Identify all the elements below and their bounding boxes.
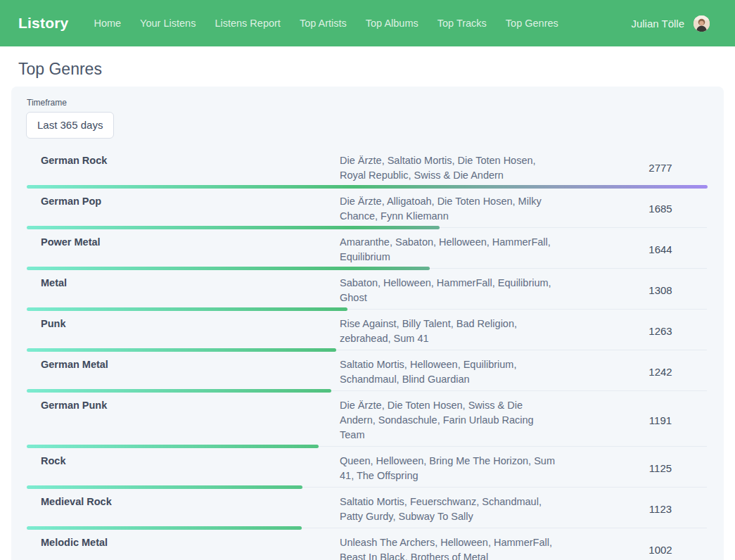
timeframe-label: Timeframe xyxy=(27,98,707,108)
nav-item-top-genres[interactable]: Top Genres xyxy=(506,18,558,29)
genre-artists: Saltatio Mortis, Feuerschwanz, Schandmau… xyxy=(340,495,559,524)
genre-artists: Die Ärzte, Alligatoah, Die Toten Hosen, … xyxy=(340,194,559,224)
top-nav-bar: Listory HomeYour ListensListens ReportTo… xyxy=(0,0,735,46)
table-row: German Metal Saltatio Mortis, Helloween,… xyxy=(26,354,707,395)
table-row: German Pop Die Ärzte, Alligatoah, Die To… xyxy=(26,191,707,231)
genre-bar xyxy=(27,307,347,311)
table-row: Power Metal Amaranthe, Sabaton, Hellowee… xyxy=(26,231,707,272)
nav-item-top-albums[interactable]: Top Albums xyxy=(366,18,418,29)
genre-count: 1191 xyxy=(614,414,707,428)
genre-bar xyxy=(27,445,319,448)
table-row: German Punk Die Ärzte, Die Toten Hosen, … xyxy=(26,395,707,450)
table-row: Medieval Rock Saltatio Mortis, Feuerschw… xyxy=(26,491,707,532)
nav-item-top-artists[interactable]: Top Artists xyxy=(300,18,347,29)
genre-artists: Sabaton, Helloween, HammerFall, Equilibr… xyxy=(340,276,559,305)
genre-count: 2777 xyxy=(614,161,707,175)
genre-count: 1242 xyxy=(614,365,707,379)
genre-count: 1644 xyxy=(614,243,707,257)
genre-artists: Queen, Helloween, Bring Me The Horizon, … xyxy=(340,454,559,483)
genre-artists: Amaranthe, Sabaton, Helloween, HammerFal… xyxy=(340,235,559,265)
nav-item-top-tracks[interactable]: Top Tracks xyxy=(437,18,487,29)
genre-table: German Rock Die Ärzte, Saltatio Mortis, … xyxy=(26,150,707,560)
genre-name: Metal xyxy=(26,276,340,305)
page-title: Top Genres xyxy=(18,60,735,79)
genre-count: 1685 xyxy=(614,202,707,216)
user-menu[interactable]: Julian Tölle xyxy=(631,15,710,32)
genre-count: 1308 xyxy=(614,284,707,298)
table-row: Punk Rise Against, Billy Talent, Bad Rel… xyxy=(26,313,707,354)
nav-item-your-listens[interactable]: Your Listens xyxy=(140,18,196,29)
genre-name: German Metal xyxy=(26,357,340,387)
genre-artists: Unleash The Archers, Helloween, HammerFa… xyxy=(340,535,559,560)
table-row: Melodic Metal Unleash The Archers, Hello… xyxy=(26,532,707,560)
user-avatar-icon[interactable] xyxy=(694,15,710,32)
genre-bar xyxy=(27,226,440,229)
genre-bar xyxy=(27,267,430,270)
genre-artists: Die Ärzte, Saltatio Mortis, Die Toten Ho… xyxy=(340,153,559,183)
top-genres-panel: Timeframe Last 365 days German Rock Die … xyxy=(11,87,724,560)
brand-logo[interactable]: Listory xyxy=(18,15,68,32)
genre-name: German Rock xyxy=(26,153,340,183)
genre-bar xyxy=(27,389,331,393)
nav-item-listens-report[interactable]: Listens Report xyxy=(215,18,281,29)
genre-name: Rock xyxy=(26,454,340,483)
genre-artists: Saltatio Mortis, Helloween, Equilibrium,… xyxy=(340,357,559,387)
genre-count: 1263 xyxy=(614,324,707,338)
genre-name: Power Metal xyxy=(26,235,340,265)
nav-links: HomeYour ListensListens ReportTop Artist… xyxy=(94,18,558,29)
genre-artists: Die Ärzte, Die Toten Hosen, Swiss & Die … xyxy=(340,398,559,443)
genre-count: 1125 xyxy=(614,462,707,476)
genre-name: Melodic Metal xyxy=(26,535,340,560)
genre-count: 1002 xyxy=(614,543,707,557)
genre-name: German Pop xyxy=(26,194,340,224)
genre-bar xyxy=(27,185,708,189)
genre-bar xyxy=(27,526,302,530)
table-row: Rock Queen, Helloween, Bring Me The Hori… xyxy=(26,450,707,491)
user-name: Julian Tölle xyxy=(631,18,684,30)
genre-name: Medieval Rock xyxy=(26,495,340,524)
genre-name: German Punk xyxy=(26,398,340,443)
genre-count: 1123 xyxy=(614,502,707,516)
genre-bar xyxy=(27,348,336,352)
genre-name: Punk xyxy=(26,317,340,346)
timeframe-select[interactable]: Last 365 days xyxy=(26,112,114,139)
genre-bar xyxy=(27,485,302,489)
table-row: Metal Sabaton, Helloween, HammerFall, Eq… xyxy=(26,272,707,313)
nav-item-home[interactable]: Home xyxy=(94,18,121,29)
table-row: German Rock Die Ärzte, Saltatio Mortis, … xyxy=(26,150,707,191)
genre-artists: Rise Against, Billy Talent, Bad Religion… xyxy=(340,317,559,346)
